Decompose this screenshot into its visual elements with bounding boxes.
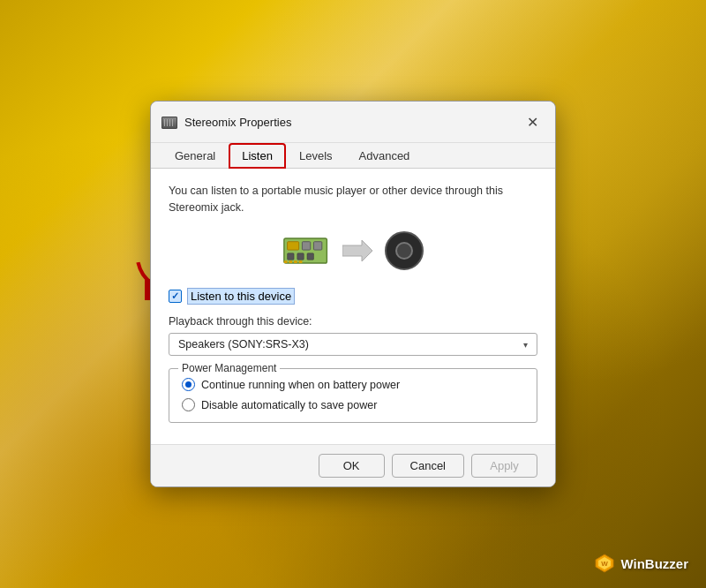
tab-bar: General Listen Levels Advanced [151, 143, 555, 169]
svg-rect-10 [294, 260, 297, 263]
dialog-title: Stereomix Properties [184, 116, 291, 129]
svg-rect-3 [302, 242, 310, 250]
apply-button[interactable]: Apply [471, 454, 537, 478]
power-option-disable[interactable]: Disable automatically to save power [182, 398, 524, 411]
dialog-footer: OK Cancel Apply [151, 444, 555, 486]
tab-listen[interactable]: Listen [229, 143, 286, 169]
power-management-group: Power Management Continue running when o… [169, 368, 537, 423]
winbuzzer-text: WinBuzzer [620, 556, 688, 571]
dropdown-chevron-icon: ▾ [523, 340, 528, 350]
svg-rect-7 [307, 253, 313, 260]
svg-marker-14 [598, 557, 611, 569]
playback-device-value: Speakers (SONY:SRS-X3) [178, 338, 309, 351]
cancel-button[interactable]: Cancel [392, 454, 464, 478]
radio-continue-label: Continue running when on battery power [201, 379, 400, 391]
svg-marker-12 [342, 240, 372, 261]
radio-continue[interactable] [182, 378, 195, 391]
listen-checkbox-label: Listen to this device [187, 288, 295, 305]
playback-device-dropdown[interactable]: Speakers (SONY:SRS-X3) ▾ [169, 333, 537, 356]
svg-rect-11 [299, 260, 303, 263]
speaker-icon [385, 231, 424, 270]
power-management-legend: Power Management [178, 362, 280, 374]
power-option-continue[interactable]: Continue running when on battery power [182, 378, 524, 391]
soundcard-icon [282, 233, 332, 268]
stereomix-properties-dialog: Stereomix Properties ✕ General Listen Le… [150, 101, 556, 488]
svg-marker-13 [596, 554, 613, 572]
title-bar-left: Stereomix Properties [161, 116, 291, 129]
winbuzzer-watermark: W WinBuzzer [594, 553, 688, 574]
playback-label: Playback through this device: [169, 315, 537, 328]
svg-text:W: W [602, 560, 609, 568]
ok-button[interactable]: OK [319, 454, 385, 478]
listen-checkbox[interactable]: ✓ [169, 290, 182, 303]
winbuzzer-logo-icon: W [594, 553, 615, 574]
tab-advanced[interactable]: Advanced [346, 143, 424, 169]
svg-rect-4 [313, 242, 321, 250]
svg-rect-5 [288, 253, 294, 260]
svg-rect-2 [288, 242, 299, 250]
diagram-arrow [342, 238, 374, 263]
speaker-inner [395, 242, 413, 260]
description-text: You can listen to a portable music playe… [169, 183, 537, 216]
device-diagram [169, 231, 537, 270]
dialog-icon [161, 117, 177, 129]
tab-general[interactable]: General [161, 143, 229, 169]
tab-levels[interactable]: Levels [286, 143, 346, 169]
radio-disable-label: Disable automatically to save power [201, 399, 377, 411]
dialog-content: You can listen to a portable music playe… [151, 169, 555, 445]
title-bar: Stereomix Properties ✕ [151, 102, 555, 143]
listen-checkbox-row[interactable]: ✓ Listen to this device [169, 288, 537, 305]
close-button[interactable]: ✕ [520, 110, 545, 135]
svg-rect-9 [289, 260, 292, 263]
checkbox-check: ✓ [171, 290, 179, 302]
svg-rect-6 [297, 253, 304, 260]
svg-rect-8 [284, 260, 288, 263]
radio-disable[interactable] [182, 398, 195, 411]
